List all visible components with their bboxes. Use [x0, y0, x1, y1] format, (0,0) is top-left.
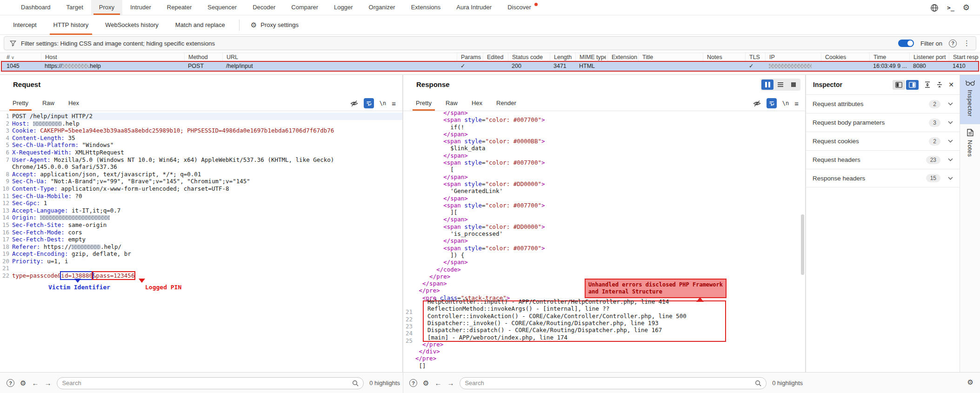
inspector-section-response-headers[interactable]: Response headers15: [806, 169, 960, 187]
chevron-down-icon[interactable]: [948, 140, 953, 143]
chevron-down-icon[interactable]: [948, 102, 953, 106]
collapse-all-icon[interactable]: [936, 81, 943, 88]
show-newlines-icon[interactable]: \n: [380, 100, 386, 107]
menu-item-extensions[interactable]: Extensions: [403, 0, 449, 15]
pretty-print-button[interactable]: [364, 98, 374, 108]
menu-item-aura-intruder[interactable]: Aura Intruder: [448, 0, 500, 15]
response-code[interactable]: </span> <span style="color: #007700"> if…: [415, 111, 805, 373]
response-search-input[interactable]: [465, 380, 751, 386]
kebab-menu-icon[interactable]: ⋮: [963, 39, 970, 47]
code-line: type=passcode&id=138880&pass=123456: [12, 272, 402, 280]
pretty-print-button[interactable]: [767, 98, 777, 108]
expand-all-icon[interactable]: [924, 81, 931, 88]
code-line: X-Requested-With: XMLHttpRequest: [12, 149, 402, 156]
menu-item-logger[interactable]: Logger: [326, 0, 360, 15]
show-newlines-icon[interactable]: \n: [782, 100, 789, 107]
inspector-section-request-cookies[interactable]: Request cookies2: [806, 132, 960, 150]
footer-settings-gear-icon[interactable]: ⚙: [967, 379, 973, 386]
section-count-badge: 15: [926, 174, 940, 182]
inspector-section-request-attributes[interactable]: Request attributes2: [806, 94, 960, 113]
code-line: Referer: https://.help/: [12, 243, 402, 251]
prev-match-icon[interactable]: ←: [434, 379, 441, 387]
footer-divider: [403, 373, 403, 393]
next-match-icon[interactable]: →: [447, 379, 454, 387]
subtab-websockets-history[interactable]: WebSockets history: [97, 15, 167, 35]
help-icon[interactable]: ?: [949, 40, 957, 47]
tab-hex[interactable]: Hex: [465, 96, 489, 111]
request-panel-header: Request PrettyRawHex \n ≡: [0, 75, 402, 111]
code-line: Sec-Ch-Ua-Mobile: ?0: [12, 193, 402, 200]
next-match-icon[interactable]: →: [44, 379, 51, 387]
code-line: </pre>: [415, 341, 805, 348]
layout-rows-button[interactable]: [774, 80, 787, 90]
code-line: Dispatcher::_invoke() - CORE/Cake/Routin…: [427, 320, 725, 326]
menu-item-comparer[interactable]: Comparer: [283, 0, 326, 15]
settings-gear-icon[interactable]: ⚙: [963, 4, 970, 12]
layout-columns-button[interactable]: [761, 80, 773, 90]
menu-item-sequencer[interactable]: Sequencer: [200, 0, 245, 15]
menu-item-target[interactable]: Target: [59, 0, 91, 15]
chevron-down-icon[interactable]: [948, 177, 953, 180]
tab-hex[interactable]: Hex: [61, 96, 86, 111]
inspector-tools: ✕: [893, 80, 954, 90]
close-inspector-icon[interactable]: ✕: [948, 81, 954, 88]
history-table-row-selected[interactable]: 1045https://.helpPOST/help/input✓2003471…: [1, 61, 979, 72]
hide-nonprintable-icon[interactable]: [753, 100, 761, 107]
search-settings-icon[interactable]: ⚙: [423, 380, 429, 386]
subtab-items: InterceptHTTP historyWebSockets historyM…: [5, 15, 233, 35]
tab-pretty[interactable]: Pretty: [409, 96, 439, 111]
filter-settings-bar[interactable]: Filter settings: Hiding CSS and image co…: [4, 36, 976, 50]
cell-host: https://.help: [42, 62, 181, 71]
menu-item-organizer[interactable]: Organizer: [361, 0, 403, 15]
tab-raw[interactable]: Raw: [439, 96, 465, 111]
code-line: <span style="color: #0000BB">: [415, 138, 805, 145]
response-scrollbar[interactable]: [801, 214, 804, 275]
request-editor[interactable]: 12345678910111213141516171819202122 POST…: [0, 111, 402, 373]
tab-render[interactable]: Render: [489, 96, 523, 111]
search-settings-icon[interactable]: ⚙: [20, 380, 26, 386]
code-line: </div>: [415, 348, 805, 355]
prev-match-icon[interactable]: ←: [32, 379, 39, 387]
chevron-down-icon[interactable]: [948, 121, 953, 124]
menu-item-discover[interactable]: Discover: [500, 0, 539, 15]
sidebar-tab-inspector[interactable]: Inspector: [960, 75, 980, 124]
request-search-input[interactable]: [62, 380, 348, 386]
inspector-section-request-body-parameters[interactable]: Request body parameters3: [806, 113, 960, 132]
chevron-down-icon[interactable]: [948, 158, 953, 161]
redacted-text: [33, 121, 62, 126]
cell-ip: [766, 62, 820, 71]
menu-item-label: Decoder: [253, 4, 275, 11]
filter-on-toggle[interactable]: [898, 40, 914, 47]
section-count-badge: 2: [929, 137, 940, 146]
pane-right-button[interactable]: [906, 80, 919, 90]
code-line: ][: [415, 209, 805, 216]
hide-nonprintable-icon[interactable]: [350, 100, 358, 107]
logged-pin-label: Logged PIN: [145, 284, 181, 291]
layout-single-button[interactable]: [787, 80, 800, 90]
menu-item-dashboard[interactable]: Dashboard: [13, 0, 59, 15]
code-line: Content-Length: 35: [12, 134, 402, 142]
search-help-icon[interactable]: ?: [409, 379, 417, 387]
subtab-match-and-replace[interactable]: Match and replace: [167, 15, 233, 35]
subtab-http-history[interactable]: HTTP history: [45, 15, 97, 35]
search-help-icon[interactable]: ?: [7, 379, 14, 387]
footer-bar: ? ⚙ ← → 0 highlights ? ⚙ ← →: [0, 372, 980, 393]
pane-left-button[interactable]: [893, 80, 905, 90]
sidebar-tab-notes[interactable]: Notes: [960, 124, 980, 164]
subtab-intercept[interactable]: Intercept: [5, 15, 45, 35]
menu-item-proxy[interactable]: Proxy: [91, 0, 122, 15]
menu-item-repeater[interactable]: Repeater: [159, 0, 200, 15]
request-code[interactable]: POST /help/input HTTP/2Host: .helpCookie…: [12, 111, 402, 373]
response-editor[interactable]: 2122232425 </span> <span style="color: #…: [403, 111, 805, 373]
terminal-icon[interactable]: >_: [947, 4, 954, 11]
editor-menu-icon[interactable]: ≡: [794, 100, 799, 107]
menu-item-decoder[interactable]: Decoder: [245, 0, 283, 15]
globe-icon[interactable]: [930, 4, 939, 12]
tab-raw[interactable]: Raw: [35, 96, 61, 111]
proxy-settings-button[interactable]: ⚙ Proxy settings: [245, 21, 304, 28]
inspector-section-request-headers[interactable]: Request headers23: [806, 150, 960, 169]
editor-menu-icon[interactable]: ≡: [392, 100, 396, 107]
tab-pretty[interactable]: Pretty: [6, 96, 35, 111]
code-line: </span>: [415, 131, 805, 138]
menu-item-intruder[interactable]: Intruder: [122, 0, 159, 15]
